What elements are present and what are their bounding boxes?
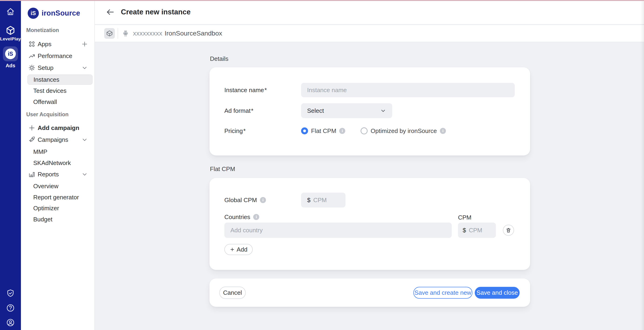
- levelplay-unity-icon[interactable]: [5, 25, 16, 36]
- sidebar-item-label: Instances: [34, 76, 59, 83]
- sidebar-item-campaigns[interactable]: Campaigns: [21, 134, 95, 145]
- cpm-column-header: CPM: [458, 214, 472, 221]
- sidebar-item-setup[interactable]: Setup: [21, 62, 95, 73]
- sidebar-item-label: Performance: [38, 52, 72, 60]
- sidebar-item-label: Offerwall: [33, 98, 57, 106]
- ad-format-row: Ad format* Select: [224, 103, 521, 118]
- sidebar-item-label: Setup: [38, 64, 54, 71]
- footer-actions-card: Cancel Save and create new Save and clos…: [210, 279, 530, 307]
- rail-levelplay-label[interactable]: LevelPlay: [0, 36, 21, 41]
- global-cpm-info-icon[interactable]: [260, 197, 266, 203]
- create-instance-screen: LevelPlay iS Ads iS ironSource Monetizat…: [0, 0, 644, 330]
- country-cpm-input[interactable]: $ CPM: [458, 223, 496, 238]
- app-rail: LevelPlay iS Ads: [0, 0, 21, 330]
- save-and-close-button[interactable]: Save and close: [475, 287, 520, 299]
- add-country-row-button[interactable]: Add: [224, 244, 253, 255]
- appbar-divider: [118, 28, 118, 39]
- sidebar-item-label: Optimizer: [33, 205, 59, 212]
- app-context-bar: xxxxxxxxx IronSourceSandbox: [95, 25, 644, 42]
- sidebar: iS ironSource Monetization Apps Performa…: [21, 0, 95, 330]
- sidebar-item-label: SKAdNetwork: [33, 160, 71, 167]
- flat-cpm-section-title: Flat CPM: [210, 165, 235, 173]
- home-icon[interactable]: [6, 7, 15, 16]
- flat-cpm-radio[interactable]: [301, 127, 308, 134]
- sidebar-item-mmp[interactable]: MMP: [21, 146, 95, 157]
- sidebar-item-budget[interactable]: Budget: [21, 214, 95, 225]
- add-app-plus-icon[interactable]: [81, 41, 88, 47]
- delete-country-row-button[interactable]: [503, 225, 514, 236]
- back-arrow-icon[interactable]: [106, 7, 115, 17]
- sidebar-item-label: MMP: [33, 148, 48, 156]
- sidebar-item-label: Test devices: [33, 87, 66, 94]
- chevron-down-icon[interactable]: [81, 137, 88, 143]
- details-card: Instance name* Instance name Ad format* …: [210, 67, 530, 156]
- sidebar-item-label: Campaigns: [38, 136, 68, 144]
- sidebar-item-offerwall[interactable]: Offerwall: [21, 96, 95, 107]
- ad-format-select[interactable]: Select: [301, 103, 392, 118]
- global-cpm-placeholder: CPM: [313, 196, 327, 204]
- chevron-down-icon[interactable]: [81, 171, 88, 177]
- ironsource-ads-badge: iS: [5, 48, 16, 59]
- ad-format-label: Ad format*: [224, 107, 301, 114]
- ironsource-logo-badge: iS: [28, 8, 39, 19]
- global-cpm-label: Global CPM: [224, 196, 301, 204]
- countries-header-row: Countries: [224, 213, 521, 220]
- sidebar-item-test-devices[interactable]: Test devices: [21, 85, 95, 96]
- sidebar-item-label: Add campaign: [38, 124, 79, 132]
- window-top-strip: [0, 0, 644, 1]
- account-icon[interactable]: [6, 318, 15, 327]
- section-label-monetization: Monetization: [26, 27, 59, 33]
- scroll-edge-shade: [640, 1, 644, 330]
- shield-check-icon[interactable]: [6, 289, 15, 298]
- sidebar-item-label: Overview: [33, 183, 58, 190]
- rail-ads-tile[interactable]: iS: [3, 46, 18, 61]
- currency-symbol: $: [307, 196, 310, 204]
- optimized-radio-label[interactable]: Optimized by ironSource: [370, 127, 437, 135]
- sidebar-item-label: Apps: [38, 41, 52, 48]
- sidebar-item-performance[interactable]: Performance: [21, 50, 95, 61]
- ironsource-logo[interactable]: iS ironSource: [28, 8, 80, 19]
- sidebar-item-overview[interactable]: Overview: [21, 180, 95, 192]
- add-button-label: Add: [237, 246, 247, 253]
- countries-info-icon[interactable]: [253, 214, 259, 220]
- country-cpm-placeholder: CPM: [469, 227, 482, 234]
- flat-cpm-info-icon[interactable]: [339, 128, 345, 134]
- instance-name-label: Instance name*: [224, 87, 301, 94]
- instance-name-row: Instance name* Instance name: [224, 83, 521, 97]
- sidebar-item-skadnetwork[interactable]: SKAdNetwork: [21, 157, 95, 168]
- sidebar-item-add-campaign[interactable]: Add campaign: [21, 122, 95, 134]
- sidebar-item-instances[interactable]: Instances: [28, 74, 92, 85]
- cancel-button[interactable]: Cancel: [219, 287, 246, 299]
- app-id-masked: xxxxxxxxx: [133, 30, 162, 37]
- save-and-create-new-button[interactable]: Save and create new: [413, 287, 472, 299]
- sidebar-item-label: Report generator: [33, 194, 79, 201]
- page-header: Create new instance: [95, 0, 644, 25]
- optimized-radio[interactable]: [360, 127, 368, 134]
- sidebar-item-apps[interactable]: Apps: [21, 38, 95, 50]
- sidebar-item-optimizer[interactable]: Optimizer: [21, 203, 95, 214]
- sidebar-item-label: Budget: [33, 216, 52, 223]
- instance-name-placeholder: Instance name: [307, 87, 347, 94]
- ad-format-selected-value: Select: [307, 107, 324, 114]
- optimized-info-icon[interactable]: [440, 128, 446, 134]
- details-section-title: Details: [210, 55, 228, 62]
- flat-cpm-radio-label[interactable]: Flat CPM: [311, 127, 336, 135]
- app-cube-icon: [104, 28, 115, 39]
- add-country-input[interactable]: Add country: [224, 223, 452, 238]
- ironsource-logo-text: ironSource: [42, 9, 80, 17]
- chevron-down-icon[interactable]: [81, 64, 88, 71]
- pricing-row: Pricing* Flat CPM Optimized by ironSourc…: [224, 124, 521, 137]
- pricing-label: Pricing*: [224, 127, 301, 135]
- instance-name-input[interactable]: Instance name: [301, 83, 515, 97]
- sidebar-item-report-generator[interactable]: Report generator: [21, 192, 95, 203]
- global-cpm-row: Global CPM $ CPM: [224, 193, 521, 207]
- help-icon[interactable]: [6, 304, 15, 312]
- flat-cpm-card: Global CPM $ CPM Countries CPM Add count…: [210, 178, 530, 270]
- gear-icon: [28, 64, 35, 71]
- global-cpm-input[interactable]: $ CPM: [301, 193, 346, 207]
- rail-ads-label[interactable]: Ads: [0, 63, 21, 69]
- performance-chart-icon: [28, 52, 35, 59]
- bar-chart-icon: [28, 171, 35, 178]
- plus-icon: [28, 124, 35, 131]
- sidebar-item-reports[interactable]: Reports: [21, 169, 95, 180]
